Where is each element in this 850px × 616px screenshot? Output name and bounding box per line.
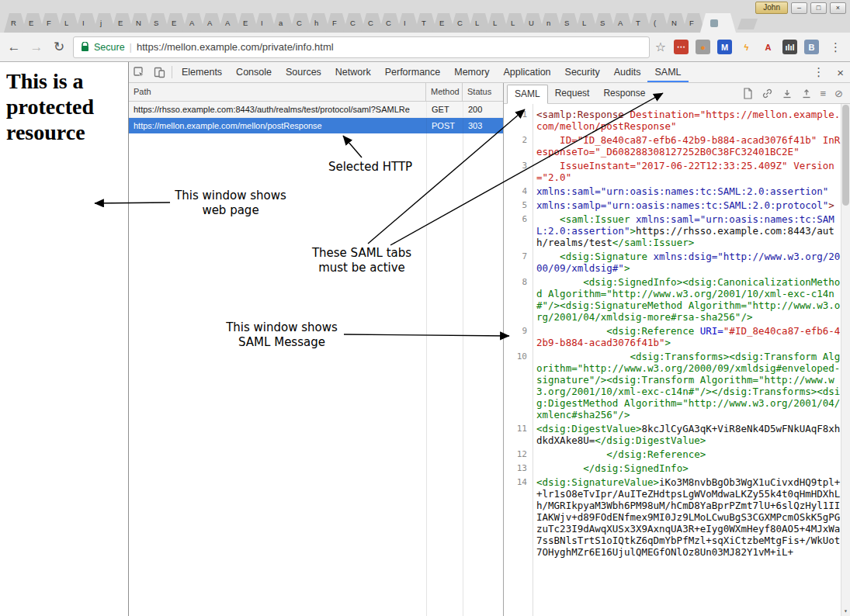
devtools-tab-application[interactable]: Application [496,62,557,82]
line-number: 2 [504,134,533,157]
annotation-line: SAML Message [221,335,342,350]
devtools-close-icon[interactable]: × [831,66,850,79]
line-number: 5 [504,199,533,211]
content-area: This is a protected resource Elem [0,62,850,616]
devtools-tabbar: ElementsConsoleSourcesNetworkPerformance… [175,62,689,82]
line-number: 14 [504,476,533,558]
devtools-tab-elements[interactable]: Elements [175,62,229,82]
line-number: 6 [504,213,533,248]
devtools-tab-saml[interactable]: SAML [647,62,688,82]
extension-icon-gray-orange[interactable]: ● [696,40,710,54]
annotation-selected-http: Selected HTTP [327,160,414,175]
web-page-content: This is a protected resource [0,62,128,616]
link-icon[interactable] [762,88,773,99]
window-controls: John – □ × [755,2,846,14]
network-request-row[interactable]: https://rhsso.example.com:8443/auth/real… [129,102,503,118]
close-button[interactable]: × [830,2,846,14]
bookmark-star-icon[interactable]: ☆ [655,40,666,54]
annotation-line: These SAML tabs [299,246,425,261]
user-badge[interactable]: John [755,2,788,14]
reload-button[interactable]: ↻ [50,39,68,55]
upload-icon[interactable] [801,88,812,99]
xml-row: 6 <saml:Issuer xmlns:saml="urn:oasis:nam… [504,213,841,248]
xml-line: xmlns:samlp="urn:oasis:names:tc:SAML:2.0… [533,199,841,211]
request-status: 200 [463,102,503,117]
request-method: POST [426,118,463,133]
xml-row: 1<samlp:Response Destination="https://me… [504,109,841,132]
devtools-tab-security[interactable]: Security [558,62,607,82]
annotation-saml-tabs: These SAML tabs must be active [299,246,425,275]
network-request-list: PathMethodStatus https://rhsso.example.c… [129,83,504,616]
devtools-tab-network[interactable]: Network [328,62,378,82]
xml-line: <dsig:Signature xmlns:dsig="http://www.w… [533,251,841,274]
xml-line: <dsig:Reference URI="#ID_8e40ca87-efb6-4… [533,325,841,348]
inspect-icon[interactable] [129,66,149,78]
xml-row: 2 ID="ID_8e40ca87-efb6-42b9-b884-acad307… [504,134,841,157]
line-number: 7 [504,251,533,274]
devtools-tab-console[interactable]: Console [229,62,279,82]
forward-button[interactable]: → [28,40,45,55]
device-toolbar-icon[interactable] [149,66,169,78]
request-status: 303 [463,118,503,133]
xml-row: 4xmlns:saml="urn:oasis:names:tc:SAML:2.0… [504,185,841,197]
devtools-tab-memory[interactable]: Memory [447,62,496,82]
scrollbar[interactable]: ▾ [841,104,850,616]
browser-menu-icon[interactable]: ⋮ [827,40,845,54]
annotation-line: web page [172,203,289,218]
devtools-menu-icon[interactable]: ⋮ [807,65,831,79]
network-request-row[interactable]: https://mellon.example.com/mellon/postRe… [129,118,503,133]
line-number: 11 [504,423,533,446]
column-header-path[interactable]: Path [129,83,426,101]
toolbar-separator [172,66,172,78]
saml-tabbar-tabs: SAMLRequestResponse [507,85,652,103]
download-icon[interactable] [782,88,793,99]
devtools-tab-audits[interactable]: Audits [607,62,648,82]
column-header-status[interactable]: Status [462,83,503,101]
annotation-web-page: This window shows web page [172,189,289,217]
minimize-button[interactable]: – [791,2,807,14]
browser-tab-active[interactable] [700,13,736,33]
devtools-tab-sources[interactable]: Sources [279,62,328,82]
word-wrap-icon[interactable]: ≡ [821,88,827,99]
xml-line: ID="ID_8e40ca87-efb6-42b9-b884-acad3076f… [533,134,841,157]
scroll-down-arrow[interactable]: ▾ [841,607,850,614]
request-method: GET [426,102,463,117]
document-icon[interactable] [743,88,753,99]
devtools-tab-performance[interactable]: Performance [378,62,448,82]
favicon [710,19,718,27]
xml-row: 13 </dsig:SignedInfo> [504,462,841,474]
saml-xml: 1<samlp:Response Destination="https://me… [504,104,841,616]
saml-toolbar-icons: ≡ ⊘ [743,88,850,103]
line-number: 3 [504,160,533,183]
saml-panel-tab-saml[interactable]: SAML [507,85,548,104]
saml-panel-tab-response[interactable]: Response [596,85,652,102]
xml-line: <dsig:SignatureValue>iKo3M8nvbBgOb3WgX1u… [533,476,841,558]
scrollbar-thumb[interactable] [842,105,849,206]
extension-icon-dark-bars[interactable]: ılıl [782,40,797,54]
annotation-line: This window shows [221,320,342,335]
xml-line: <dsig:DigestValue>8kcJlCyGA3qK+ViR8eNk4D… [533,423,841,446]
saml-panel-tab-request[interactable]: Request [548,85,597,102]
xml-row: 7 <dsig:Signature xmlns:dsig="http://www… [504,251,841,274]
new-tab-button[interactable] [737,19,758,29]
address-bar[interactable]: Secure | https://mellon.example.com/priv… [73,36,650,58]
browser-window: REFLIjENSEAAAEIaChFCCCITECLLLUnSLSAT(NF … [0,0,850,616]
column-header-method[interactable]: Method [425,83,463,101]
extension-icon-red-a[interactable]: A [761,40,775,54]
xml-row: 9 <dsig:Reference URI="#ID_8e40ca87-efb6… [504,325,841,348]
extension-icon-lightning[interactable]: ϟ [739,40,754,54]
extension-icon-blue-b[interactable]: B [804,40,819,54]
xml-line: xmlns:saml="urn:oasis:names:tc:SAML:2.0:… [533,185,841,197]
column-separator [426,83,427,616]
xml-line: <dsig:Transforms><dsig:Transform Algorit… [533,351,841,420]
xml-line: </dsig:SignedInfo> [533,462,841,474]
extension-icon-red-dots[interactable]: ⋯ [674,40,689,54]
maximize-button[interactable]: □ [810,2,827,14]
xml-line: </dsig:Reference> [533,448,841,460]
xml-line: <samlp:Response Destination="https://mel… [533,109,841,132]
back-button[interactable]: ← [5,40,23,55]
saml-panel: SAMLRequestResponse [504,83,850,616]
clear-icon[interactable]: ⊘ [834,88,843,99]
extension-icon-blue-m[interactable]: M [717,40,732,54]
xml-row: 14<dsig:SignatureValue>iKo3M8nvbBgOb3WgX… [504,476,841,558]
